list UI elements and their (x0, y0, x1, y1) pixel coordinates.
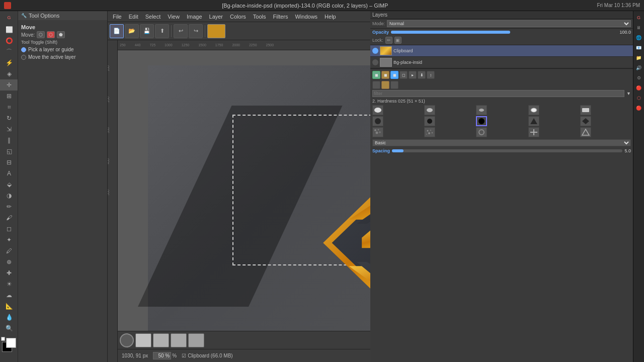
menu-windows[interactable]: Windows (292, 13, 320, 21)
tool-measure[interactable]: 📐 (0, 301, 18, 312)
brush-mode-icon-6[interactable]: ⬇ (418, 71, 426, 79)
menu-filters[interactable]: Filters (270, 13, 291, 21)
menu-file[interactable]: File (110, 13, 125, 21)
ri-icon-9[interactable]: ⬡ (634, 94, 643, 103)
move-active-option[interactable]: Move the active layer (21, 53, 104, 61)
palette-swatch-circle[interactable] (120, 333, 134, 347)
toolbar-file-new[interactable]: 📄 (110, 24, 124, 38)
brush-cell-1[interactable] (372, 105, 383, 115)
move-layer-btn[interactable]: ⬡ (37, 31, 45, 38)
zoom-control[interactable]: % (153, 352, 177, 359)
tool-eraser[interactable]: ◻ (0, 223, 18, 234)
toolbar-undo[interactable]: ↩ (174, 24, 188, 38)
lock-alpha-btn[interactable]: ▣ (394, 37, 401, 44)
brush-mode-icon-3[interactable]: ◼ (390, 71, 398, 79)
brushes-mode-select[interactable]: Basic (372, 139, 631, 146)
brush-cell-9[interactable] (528, 116, 539, 126)
tool-zoom[interactable]: 🔍 (0, 323, 18, 334)
toolbar-color-swatch[interactable] (207, 24, 225, 38)
ri-icon-2[interactable]: 🖥 (634, 23, 643, 32)
tool-move[interactable]: ✛ (0, 79, 18, 90)
menu-select[interactable]: Select (142, 13, 164, 21)
ri-icon-1[interactable]: G (634, 13, 643, 22)
tool-free-select[interactable]: ⌒ (0, 46, 18, 57)
toolbar-redo[interactable]: ↪ (189, 24, 203, 38)
layer-vis-eye-bg[interactable] (372, 59, 378, 65)
brush-cell-7[interactable] (424, 116, 435, 126)
brush-cell-2[interactable] (424, 105, 435, 115)
tool-pencil[interactable]: ✏ (0, 201, 18, 212)
tool-ellipse-select[interactable]: ⭕ (0, 35, 18, 46)
tool-flip[interactable]: ⊟ (0, 157, 18, 168)
spacing-bar[interactable] (392, 149, 622, 152)
tool-perspective[interactable]: ◱ (0, 146, 18, 157)
brush-mode-icon-1[interactable]: ◼ (372, 71, 380, 79)
menu-tools[interactable]: Tools (250, 13, 269, 21)
tool-by-color-select[interactable]: ◈ (0, 68, 18, 79)
ri-icon-4[interactable]: 📧 (634, 43, 643, 52)
tool-ink[interactable]: 🖊 (0, 245, 18, 256)
tool-rect-select[interactable]: ⬜ (0, 24, 18, 35)
brush-cell-10[interactable] (580, 116, 591, 126)
brush-cell-3[interactable] (476, 105, 487, 115)
menu-image[interactable]: Image (184, 13, 205, 21)
ri-icon-10[interactable]: 🔴 (634, 104, 643, 113)
move-path-btn[interactable]: ⬟ (57, 31, 65, 38)
palette-swatch-3[interactable] (171, 333, 187, 347)
brush-mode-icon-4[interactable]: ◻ (399, 71, 408, 79)
brush-cell-5[interactable] (580, 105, 591, 115)
tool-color-picker[interactable]: 💧 (0, 312, 18, 323)
tool-airbrush[interactable]: ✦ (0, 234, 18, 245)
palette-swatch-1[interactable] (135, 333, 151, 347)
canvas-viewport[interactable] (118, 50, 370, 331)
brush-mode-icon-9[interactable] (381, 81, 389, 89)
tool-blend[interactable]: ◑ (0, 190, 18, 201)
menu-view[interactable]: View (165, 13, 183, 21)
ri-icon-6[interactable]: 🔊 (634, 63, 643, 72)
brush-cell-4[interactable] (528, 105, 539, 115)
move-sel-btn[interactable]: ⬡ (47, 31, 55, 38)
layer-vis-eye-clipboard[interactable] (372, 48, 378, 54)
brush-mode-icon-8[interactable] (372, 81, 380, 89)
pick-layer-option[interactable]: Pick a layer or guide (21, 46, 104, 53)
menu-edit[interactable]: Edit (126, 13, 141, 21)
brush-cell-14[interactable] (528, 127, 539, 137)
bg-color-swatch[interactable] (6, 338, 16, 348)
tool-text[interactable]: A (0, 168, 18, 179)
brush-mode-icon-10[interactable] (390, 81, 398, 89)
tool-heal[interactable]: ✚ (0, 267, 18, 279)
ri-icon-5[interactable]: 📁 (634, 53, 643, 62)
tool-clone[interactable]: ⊕ (0, 256, 18, 267)
zoom-input[interactable] (153, 352, 171, 359)
toolbar-export[interactable]: ⬆ (155, 24, 169, 38)
brush-cell-13[interactable] (476, 127, 487, 137)
brush-mode-icon-7[interactable]: ↕ (427, 71, 435, 79)
brushes-filter-dropdown[interactable]: ▼ (626, 91, 631, 96)
toolbar-save[interactable]: 💾 (140, 24, 154, 38)
swap-colors-icon[interactable] (1, 337, 5, 341)
menu-layer[interactable]: Layer (206, 13, 226, 21)
brush-cell-15[interactable] (580, 127, 591, 137)
move-active-radio[interactable] (21, 55, 26, 60)
ri-icon-7[interactable]: ⚙ (634, 73, 643, 82)
toolbar-open[interactable]: 📂 (125, 24, 139, 38)
palette-swatch-2[interactable] (153, 333, 169, 347)
brush-cell-11[interactable] (372, 127, 383, 137)
pick-layer-radio[interactable] (21, 47, 26, 52)
tool-shear[interactable]: ∥ (0, 135, 18, 146)
tool-rotate[interactable]: ↻ (0, 113, 18, 124)
tool-crop[interactable]: ⌗ (0, 102, 18, 113)
brush-cell-12[interactable] (424, 127, 435, 137)
brush-cell-8[interactable] (476, 116, 487, 126)
brush-mode-icon-5[interactable]: ▸ (409, 71, 417, 79)
close-button[interactable] (4, 2, 11, 9)
mode-select[interactable]: Normal Multiply Screen (387, 20, 631, 27)
tool-align[interactable]: ⊞ (0, 90, 18, 102)
menu-help[interactable]: Help (321, 13, 339, 21)
tool-bucket-fill[interactable]: ⬙ (0, 179, 18, 190)
tool-smudge[interactable]: ☁ (0, 290, 18, 301)
app-icon-gnu[interactable]: G (0, 11, 18, 24)
tool-scale[interactable]: ⇲ (0, 124, 18, 135)
layer-row-bg[interactable]: Bg-place-insid (370, 57, 633, 68)
layer-row-clipboard[interactable]: Clipboard (370, 45, 633, 57)
